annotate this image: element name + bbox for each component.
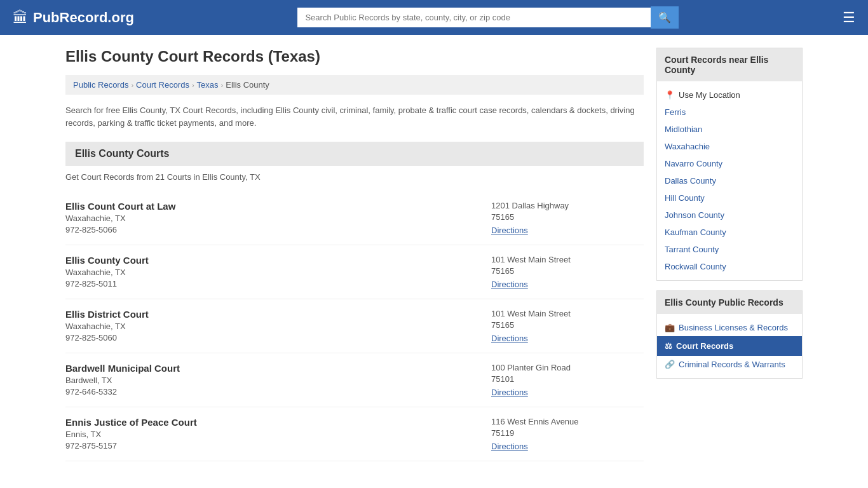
public-records-header: Ellis County Public Records — [657, 291, 802, 314]
court-info: Bardwell Municipal Court Bardwell, TX 97… — [65, 363, 491, 397]
nearby-place-link[interactable]: Johnson County — [665, 210, 724, 220]
key-icon: 🔗 — [665, 360, 675, 369]
directions-link[interactable]: Directions — [491, 388, 528, 397]
nearby-place-item[interactable]: Navarro County — [657, 155, 802, 172]
directions-link[interactable]: Directions — [491, 334, 528, 343]
court-city: Waxahachie, TX — [65, 322, 491, 331]
use-my-location-label: Use My Location — [679, 90, 740, 100]
court-address: 100 Planter Gin Road 75101 Directions — [491, 363, 644, 397]
nearby-place-item[interactable]: Hill County — [657, 189, 802, 207]
main-container: Ellis County Court Records (Texas) Publi… — [53, 35, 815, 474]
court-name: Ellis District Court — [65, 309, 491, 320]
nearby-place-item[interactable]: Johnson County — [657, 207, 802, 224]
breadcrumb-sep-2: › — [192, 81, 194, 89]
breadcrumb-sep-3: › — [221, 81, 224, 89]
page-title: Ellis County Court Records (Texas) — [65, 48, 644, 65]
logo-icon: 🏛 — [13, 9, 28, 27]
briefcase-icon: 💼 — [665, 323, 675, 332]
business-licenses-item[interactable]: 💼 Business Licenses & Records — [657, 319, 802, 336]
court-info: Ellis District Court Waxahachie, TX 972-… — [65, 309, 491, 343]
location-icon: 📍 — [665, 90, 675, 100]
nearby-place-item[interactable]: Rockwall County — [657, 258, 802, 275]
court-info: Ennis Justice of Peace Court Ennis, TX 9… — [65, 417, 491, 451]
court-info: Ellis Count Court at Law Waxahachie, TX … — [65, 201, 491, 235]
public-records-list: 💼 Business Licenses & Records ⚖ Court Re… — [657, 314, 802, 378]
court-city: Ennis, TX — [65, 430, 491, 439]
business-licenses-link[interactable]: Business Licenses & Records — [679, 323, 788, 332]
logo-text: PubRecord.org — [33, 10, 134, 26]
breadcrumb: Public Records › Court Records › Texas ›… — [65, 75, 644, 95]
court-address: 101 West Main Street 75165 Directions — [491, 255, 644, 289]
criminal-records-link[interactable]: Criminal Records & Warrants — [679, 360, 785, 369]
court-zip: 75119 — [491, 428, 644, 438]
nearby-place-item[interactable]: Waxahachie — [657, 138, 802, 155]
court-city: Bardwell, TX — [65, 376, 491, 385]
court-name: Bardwell Municipal Court — [65, 363, 491, 374]
court-zip: 75165 — [491, 266, 644, 276]
directions-link[interactable]: Directions — [491, 280, 528, 289]
search-button[interactable]: 🔍 — [651, 6, 679, 29]
court-name: Ellis Count Court at Law — [65, 201, 491, 212]
breadcrumb-current: Ellis County — [226, 80, 269, 90]
court-street: 101 West Main Street — [491, 309, 644, 318]
criminal-records-item[interactable]: 🔗 Criminal Records & Warrants — [657, 356, 802, 373]
court-phone: 972-646-5332 — [65, 387, 491, 396]
search-input[interactable] — [297, 8, 651, 27]
court-entry: Ellis Count Court at Law Waxahachie, TX … — [65, 191, 644, 245]
court-street: 116 West Ennis Avenue — [491, 417, 644, 426]
public-records-box: Ellis County Public Records 💼 Business L… — [656, 290, 803, 379]
directions-link[interactable]: Directions — [491, 226, 528, 235]
search-area: 🔍 — [297, 6, 679, 29]
court-entry: Bardwell Municipal Court Bardwell, TX 97… — [65, 353, 644, 407]
nearby-header: Court Records near Ellis County — [657, 48, 802, 81]
nearby-place-link[interactable]: Midlothian — [665, 125, 702, 134]
sidebar: Court Records near Ellis County 📍 Use My… — [656, 48, 803, 461]
nearby-place-item[interactable]: Dallas County — [657, 172, 802, 189]
nearby-box: Court Records near Ellis County 📍 Use My… — [656, 48, 803, 281]
nearby-place-item[interactable]: Tarrant County — [657, 241, 802, 258]
court-entry: Ellis County Court Waxahachie, TX 972-82… — [65, 245, 644, 299]
nearby-place-link[interactable]: Hill County — [665, 193, 705, 203]
section-subtext: Get Court Records from 21 Courts in Elli… — [65, 172, 644, 182]
court-street: 1201 Dallas Highway — [491, 201, 644, 210]
breadcrumb-court-records[interactable]: Court Records — [136, 80, 189, 90]
nearby-places: FerrisMidlothianWaxahachieNavarro County… — [657, 104, 802, 275]
nearby-place-link[interactable]: Dallas County — [665, 176, 716, 186]
breadcrumb-texas[interactable]: Texas — [197, 80, 219, 90]
court-phone: 972-825-5066 — [65, 225, 491, 234]
court-address: 1201 Dallas Highway 75165 Directions — [491, 201, 644, 235]
court-address: 101 West Main Street 75165 Directions — [491, 309, 644, 343]
court-phone: 972-825-5060 — [65, 333, 491, 342]
court-city: Waxahachie, TX — [65, 268, 491, 277]
use-my-location[interactable]: 📍 Use My Location — [657, 86, 802, 104]
court-entry: Ennis Justice of Peace Court Ennis, TX 9… — [65, 407, 644, 461]
court-street: 100 Planter Gin Road — [491, 363, 644, 372]
breadcrumb-public-records[interactable]: Public Records — [73, 80, 128, 90]
court-street: 101 West Main Street — [491, 255, 644, 264]
court-name: Ennis Justice of Peace Court — [65, 417, 491, 428]
court-entry: Ellis District Court Waxahachie, TX 972-… — [65, 299, 644, 353]
court-zip: 75101 — [491, 374, 644, 384]
nearby-place-item[interactable]: Midlothian — [657, 121, 802, 138]
nearby-place-item[interactable]: Kaufman County — [657, 224, 802, 241]
court-records-item[interactable]: ⚖ Court Records — [657, 336, 802, 356]
nearby-place-link[interactable]: Rockwall County — [665, 262, 726, 271]
court-phone: 972-875-5157 — [65, 441, 491, 451]
nearby-place-link[interactable]: Ferris — [665, 107, 686, 117]
nearby-place-link[interactable]: Navarro County — [665, 159, 722, 168]
nearby-place-link[interactable]: Kaufman County — [665, 227, 726, 237]
nearby-place-item[interactable]: Ferris — [657, 104, 802, 121]
courts-list: Ellis Count Court at Law Waxahachie, TX … — [65, 191, 644, 461]
menu-icon[interactable]: ☰ — [843, 10, 855, 26]
nearby-place-link[interactable]: Tarrant County — [665, 245, 719, 254]
court-info: Ellis County Court Waxahachie, TX 972-82… — [65, 255, 491, 289]
nearby-list: 📍 Use My Location FerrisMidlothianWaxaha… — [657, 81, 802, 280]
logo-link[interactable]: 🏛 PubRecord.org — [13, 9, 134, 27]
court-zip: 75165 — [491, 320, 644, 330]
nearby-place-link[interactable]: Waxahachie — [665, 142, 710, 151]
header: 🏛 PubRecord.org 🔍 ☰ — [0, 0, 868, 35]
content-area: Ellis County Court Records (Texas) Publi… — [65, 48, 644, 461]
directions-link[interactable]: Directions — [491, 442, 528, 451]
scales-icon: ⚖ — [665, 341, 672, 351]
court-address: 116 West Ennis Avenue 75119 Directions — [491, 417, 644, 451]
